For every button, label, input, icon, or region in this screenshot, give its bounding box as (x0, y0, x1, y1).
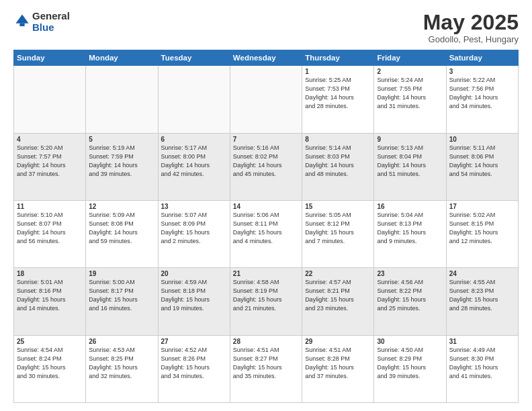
day-info: Sunrise: 4:54 AMSunset: 8:24 PMDaylight:… (17, 346, 83, 381)
day-info: Sunrise: 5:01 AMSunset: 8:16 PMDaylight:… (17, 278, 83, 313)
day-number: 8 (305, 136, 371, 143)
table-row: 28Sunrise: 4:51 AMSunset: 8:27 PMDayligh… (230, 335, 302, 402)
day-number: 15 (305, 203, 371, 210)
day-info: Sunrise: 5:16 AMSunset: 8:02 PMDaylight:… (233, 144, 299, 179)
table-row: 12Sunrise: 5:09 AMSunset: 8:08 PMDayligh… (86, 200, 158, 267)
day-info: Sunrise: 5:14 AMSunset: 8:03 PMDaylight:… (305, 144, 371, 179)
table-row: 21Sunrise: 4:58 AMSunset: 8:19 PMDayligh… (230, 268, 302, 335)
calendar-header-row: Sunday Monday Tuesday Wednesday Thursday… (14, 50, 519, 66)
logo: General Blue (13, 11, 70, 33)
day-number: 25 (17, 338, 83, 345)
page: General Blue May 2025 Godollo, Pest, Hun… (0, 0, 532, 411)
day-number: 19 (89, 270, 154, 277)
table-row: 17Sunrise: 5:02 AMSunset: 8:15 PMDayligh… (446, 200, 518, 267)
day-info: Sunrise: 5:09 AMSunset: 8:08 PMDaylight:… (89, 211, 154, 246)
day-info: Sunrise: 5:02 AMSunset: 8:15 PMDaylight:… (449, 211, 515, 246)
day-number: 11 (17, 203, 83, 210)
col-wednesday: Wednesday (230, 50, 302, 66)
day-info: Sunrise: 4:49 AMSunset: 8:30 PMDaylight:… (449, 346, 515, 381)
table-row (14, 66, 86, 133)
day-info: Sunrise: 4:53 AMSunset: 8:25 PMDaylight:… (89, 346, 154, 381)
day-info: Sunrise: 4:51 AMSunset: 8:27 PMDaylight:… (233, 346, 299, 381)
day-number: 20 (161, 270, 227, 277)
day-number: 13 (161, 203, 227, 210)
table-row: 4Sunrise: 5:20 AMSunset: 7:57 PMDaylight… (14, 133, 86, 200)
table-row (158, 66, 230, 133)
table-row: 1Sunrise: 5:25 AMSunset: 7:53 PMDaylight… (302, 66, 374, 133)
table-row: 20Sunrise: 4:59 AMSunset: 8:18 PMDayligh… (158, 268, 230, 335)
day-info: Sunrise: 4:59 AMSunset: 8:18 PMDaylight:… (161, 278, 227, 313)
day-info: Sunrise: 5:19 AMSunset: 7:59 PMDaylight:… (89, 144, 154, 179)
day-info: Sunrise: 4:50 AMSunset: 8:29 PMDaylight:… (377, 346, 443, 381)
day-number: 16 (377, 203, 443, 210)
table-row: 13Sunrise: 5:07 AMSunset: 8:09 PMDayligh… (158, 200, 230, 267)
col-tuesday: Tuesday (158, 50, 230, 66)
day-number: 24 (449, 270, 515, 277)
table-row (86, 66, 158, 133)
day-info: Sunrise: 5:24 AMSunset: 7:55 PMDaylight:… (377, 76, 443, 111)
table-row: 29Sunrise: 4:51 AMSunset: 8:28 PMDayligh… (302, 335, 374, 402)
day-info: Sunrise: 4:51 AMSunset: 8:28 PMDaylight:… (305, 346, 371, 381)
day-info: Sunrise: 4:56 AMSunset: 8:22 PMDaylight:… (377, 278, 443, 313)
logo-blue-text: Blue (32, 22, 70, 34)
day-number: 26 (89, 338, 154, 345)
table-row: 31Sunrise: 4:49 AMSunset: 8:30 PMDayligh… (446, 335, 518, 402)
table-row: 10Sunrise: 5:11 AMSunset: 8:06 PMDayligh… (446, 133, 518, 200)
day-number: 5 (89, 136, 154, 143)
day-number: 23 (377, 270, 443, 277)
day-number: 29 (305, 338, 371, 345)
table-row: 11Sunrise: 5:10 AMSunset: 8:07 PMDayligh… (14, 200, 86, 267)
day-number: 4 (17, 136, 83, 143)
day-info: Sunrise: 5:06 AMSunset: 8:11 PMDaylight:… (233, 211, 299, 246)
table-row: 25Sunrise: 4:54 AMSunset: 8:24 PMDayligh… (14, 335, 86, 402)
day-info: Sunrise: 5:05 AMSunset: 8:12 PMDaylight:… (305, 211, 371, 246)
table-row: 7Sunrise: 5:16 AMSunset: 8:02 PMDaylight… (230, 133, 302, 200)
day-number: 12 (89, 203, 154, 210)
day-number: 27 (161, 338, 227, 345)
day-info: Sunrise: 5:04 AMSunset: 8:13 PMDaylight:… (377, 211, 443, 246)
day-number: 21 (233, 270, 299, 277)
day-number: 3 (449, 68, 515, 75)
table-row: 8Sunrise: 5:14 AMSunset: 8:03 PMDaylight… (302, 133, 374, 200)
day-number: 17 (449, 203, 515, 210)
calendar-week-row: 18Sunrise: 5:01 AMSunset: 8:16 PMDayligh… (14, 268, 519, 335)
table-row: 6Sunrise: 5:17 AMSunset: 8:00 PMDaylight… (158, 133, 230, 200)
col-monday: Monday (86, 50, 158, 66)
calendar-week-row: 4Sunrise: 5:20 AMSunset: 7:57 PMDaylight… (14, 133, 519, 200)
title-month: May 2025 (423, 11, 519, 34)
table-row: 5Sunrise: 5:19 AMSunset: 7:59 PMDaylight… (86, 133, 158, 200)
day-info: Sunrise: 5:22 AMSunset: 7:56 PMDaylight:… (449, 76, 515, 111)
day-number: 2 (377, 68, 443, 75)
header: General Blue May 2025 Godollo, Pest, Hun… (13, 11, 519, 44)
table-row: 26Sunrise: 4:53 AMSunset: 8:25 PMDayligh… (86, 335, 158, 402)
day-info: Sunrise: 4:58 AMSunset: 8:19 PMDaylight:… (233, 278, 299, 313)
day-number: 10 (449, 136, 515, 143)
calendar-table: Sunday Monday Tuesday Wednesday Thursday… (13, 50, 519, 403)
svg-marker-0 (15, 14, 28, 23)
day-number: 22 (305, 270, 371, 277)
day-info: Sunrise: 4:52 AMSunset: 8:26 PMDaylight:… (161, 346, 227, 381)
table-row: 19Sunrise: 5:00 AMSunset: 8:17 PMDayligh… (86, 268, 158, 335)
day-number: 31 (449, 338, 515, 345)
day-info: Sunrise: 5:10 AMSunset: 8:07 PMDaylight:… (17, 211, 83, 246)
col-saturday: Saturday (446, 50, 518, 66)
table-row: 24Sunrise: 4:55 AMSunset: 8:23 PMDayligh… (446, 268, 518, 335)
table-row: 14Sunrise: 5:06 AMSunset: 8:11 PMDayligh… (230, 200, 302, 267)
table-row: 16Sunrise: 5:04 AMSunset: 8:13 PMDayligh… (374, 200, 446, 267)
day-info: Sunrise: 4:55 AMSunset: 8:23 PMDaylight:… (449, 278, 515, 313)
calendar-week-row: 1Sunrise: 5:25 AMSunset: 7:53 PMDaylight… (14, 66, 519, 133)
table-row: 9Sunrise: 5:13 AMSunset: 8:04 PMDaylight… (374, 133, 446, 200)
day-info: Sunrise: 5:13 AMSunset: 8:04 PMDaylight:… (377, 144, 443, 179)
col-thursday: Thursday (302, 50, 374, 66)
day-info: Sunrise: 5:17 AMSunset: 8:00 PMDaylight:… (161, 144, 227, 179)
table-row: 2Sunrise: 5:24 AMSunset: 7:55 PMDaylight… (374, 66, 446, 133)
title-block: May 2025 Godollo, Pest, Hungary (423, 11, 519, 44)
day-number: 14 (233, 203, 299, 210)
svg-rect-1 (19, 23, 24, 26)
logo-icon (15, 13, 30, 28)
day-number: 1 (305, 68, 371, 75)
title-location: Godollo, Pest, Hungary (423, 34, 519, 44)
col-sunday: Sunday (14, 50, 86, 66)
col-friday: Friday (374, 50, 446, 66)
table-row: 18Sunrise: 5:01 AMSunset: 8:16 PMDayligh… (14, 268, 86, 335)
